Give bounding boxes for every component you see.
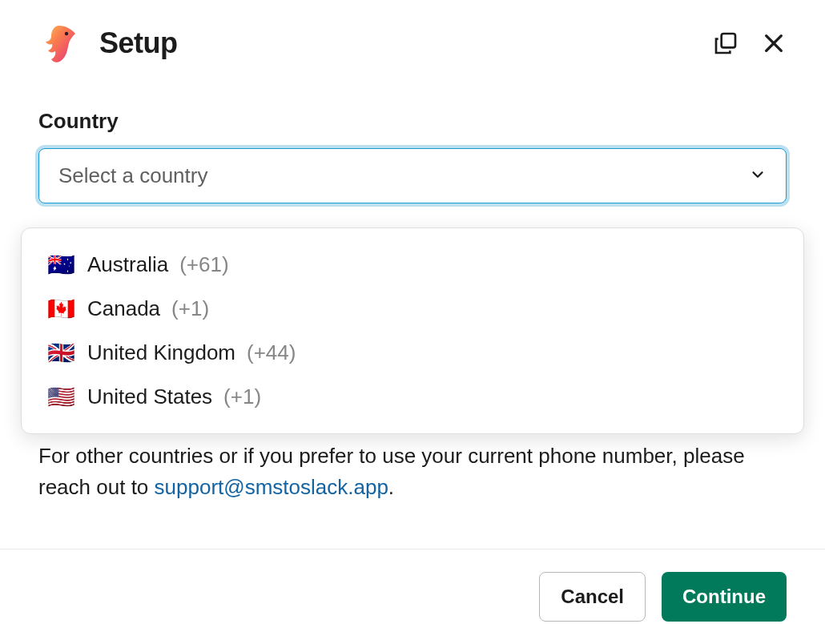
help-text: For other countries or if you prefer to … (38, 441, 787, 503)
country-code: (+1) (223, 384, 261, 409)
modal-header: Setup (0, 0, 825, 83)
cancel-button[interactable]: Cancel (539, 572, 646, 622)
country-code: (+44) (247, 340, 296, 365)
country-code: (+61) (179, 252, 228, 277)
support-email-link[interactable]: support@smstoslack.app (155, 475, 388, 499)
popout-icon (713, 30, 738, 56)
country-option-australia[interactable]: 🇦🇺 Australia (+61) (22, 243, 803, 287)
flag-icon: 🇨🇦 (47, 298, 76, 320)
help-text-after: . (388, 475, 394, 499)
continue-button[interactable]: Continue (662, 572, 787, 622)
modal-body: Country Select a country 🇦🇺 Australia (+… (0, 109, 825, 503)
popout-button[interactable] (713, 30, 738, 56)
country-option-united-states[interactable]: 🇺🇸 United States (+1) (22, 375, 803, 419)
country-option-canada[interactable]: 🇨🇦 Canada (+1) (22, 287, 803, 331)
svg-point-0 (65, 32, 68, 35)
country-label: Country (38, 109, 787, 134)
close-button[interactable] (761, 30, 787, 56)
country-name: United Kingdom (87, 340, 235, 365)
flag-icon: 🇦🇺 (47, 254, 76, 276)
chevron-down-icon (749, 166, 767, 187)
country-name: Canada (87, 296, 160, 321)
modal-title: Setup (99, 26, 178, 60)
country-option-united-kingdom[interactable]: 🇬🇧 United Kingdom (+44) (22, 331, 803, 375)
country-name: Australia (87, 252, 168, 277)
header-actions (713, 30, 787, 56)
country-name: United States (87, 384, 212, 409)
header-left: Setup (38, 22, 178, 64)
close-icon (761, 30, 787, 56)
country-select[interactable]: Select a country (38, 148, 787, 203)
country-dropdown: 🇦🇺 Australia (+61) 🇨🇦 Canada (+1) 🇬🇧 Uni… (21, 227, 804, 434)
flag-icon: 🇬🇧 (47, 342, 76, 364)
flag-icon: 🇺🇸 (47, 386, 76, 409)
modal-footer: Cancel Continue (0, 549, 825, 644)
app-logo (38, 22, 80, 64)
svg-rect-1 (722, 34, 735, 47)
country-code: (+1) (171, 296, 209, 321)
country-select-placeholder: Select a country (58, 163, 207, 188)
